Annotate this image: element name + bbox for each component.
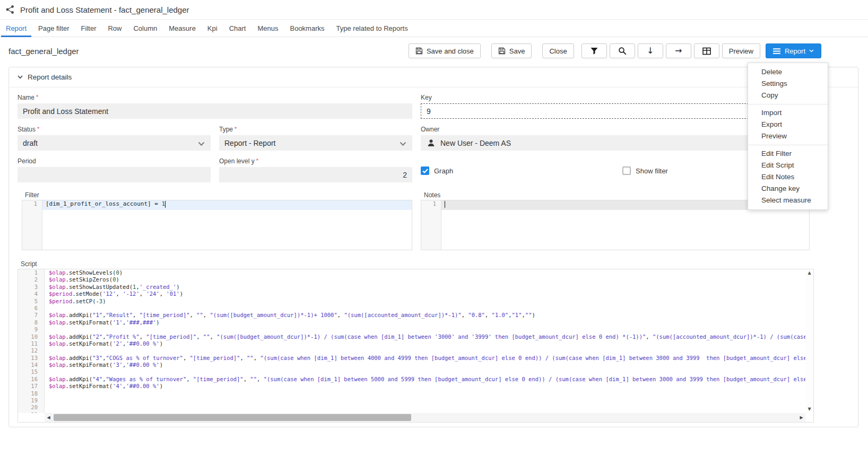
status-label: Status* bbox=[18, 126, 39, 133]
code-line[interactable] bbox=[45, 390, 813, 397]
tab-chart[interactable]: Chart bbox=[223, 20, 252, 37]
save-button[interactable]: Save bbox=[491, 43, 532, 58]
code-line[interactable]: $olap.addKpi("3","COGS as % of turnover"… bbox=[45, 355, 813, 362]
save-and-close-button[interactable]: Save and close bbox=[409, 43, 481, 58]
move-down-button[interactable]: ↓ bbox=[638, 43, 663, 58]
show-filter-checkbox-row[interactable]: Show filter bbox=[622, 166, 668, 175]
filter-editor[interactable]: 1 [dim_1_profit_or_loss_account] = 1 bbox=[22, 200, 412, 250]
editor-code-area[interactable]: $olap.setShowLevels(0)$olap.setSkipZeros… bbox=[45, 269, 813, 413]
search-icon bbox=[618, 47, 627, 55]
menu-item-change-key[interactable]: Change key bbox=[748, 183, 828, 195]
code-line[interactable]: $olap.setKpiFormat('4','##0.00 %') bbox=[45, 383, 813, 390]
menu-item-import[interactable]: Import bbox=[748, 107, 828, 119]
menu-item-copy[interactable]: Copy bbox=[748, 90, 828, 101]
name-field[interactable]: Profit and Loss Statement bbox=[18, 103, 412, 119]
graph-checkbox-row[interactable]: Graph bbox=[421, 166, 453, 175]
table-icon bbox=[702, 47, 711, 55]
tab-row[interactable]: Row bbox=[102, 20, 127, 37]
tab-column[interactable]: Column bbox=[127, 20, 163, 37]
table-view-button[interactable] bbox=[694, 43, 719, 58]
section-title: Report details bbox=[28, 73, 72, 81]
open-level-y-value: 2 bbox=[403, 171, 407, 179]
code-line[interactable]: $olap.addKpi("1","Result", "[time_period… bbox=[45, 312, 813, 319]
status-select[interactable]: draft bbox=[18, 135, 211, 151]
filter-button[interactable] bbox=[581, 43, 607, 58]
code-line[interactable]: $olap.addKpi("2","Profit %", "[time_peri… bbox=[45, 333, 813, 340]
owner-label: Owner bbox=[421, 126, 439, 133]
menu-item-export[interactable]: Export bbox=[748, 119, 828, 130]
line-number: 10 bbox=[18, 333, 44, 340]
line-number: 5 bbox=[18, 298, 44, 305]
text-cursor bbox=[445, 201, 445, 208]
script-editor-label: Script bbox=[21, 260, 37, 268]
line-number: 12 bbox=[18, 347, 44, 354]
menu-item-edit-script[interactable]: Edit Script bbox=[748, 160, 828, 171]
preview-button[interactable]: Preview bbox=[722, 43, 760, 58]
tab-bookmarks[interactable]: Bookmarks bbox=[284, 20, 330, 37]
scrollbar-thumb[interactable] bbox=[54, 414, 411, 421]
menu-item-edit-filter[interactable]: Edit Filter bbox=[748, 148, 828, 160]
open-level-y-label: Open level y* bbox=[219, 157, 258, 165]
scroll-left-arrow-icon[interactable]: ◀ bbox=[45, 415, 53, 420]
vertical-scrollbar[interactable]: ▲ ▼ bbox=[805, 269, 813, 413]
scroll-right-arrow-icon[interactable]: ▶ bbox=[797, 415, 805, 420]
menu-item-delete[interactable]: Delete bbox=[748, 66, 828, 78]
tab-menus[interactable]: Menus bbox=[251, 20, 284, 37]
menu-item-edit-notes[interactable]: Edit Notes bbox=[748, 171, 828, 183]
code-line[interactable] bbox=[45, 326, 813, 333]
save-icon bbox=[498, 47, 506, 55]
code-line[interactable]: $olap.setKpiFormat('1','###,###') bbox=[45, 319, 813, 326]
code-line[interactable] bbox=[45, 347, 813, 354]
report-details-header[interactable]: Report details bbox=[9, 67, 858, 87]
app-header: Profit and Loss Statement - fact_general… bbox=[0, 0, 868, 20]
line-number: 14 bbox=[18, 362, 44, 368]
code-line[interactable] bbox=[45, 411, 813, 413]
period-field[interactable] bbox=[18, 167, 211, 182]
script-editor[interactable]: 123456789101112131415161718192021 $olap.… bbox=[18, 269, 814, 423]
scroll-down-arrow-icon[interactable]: ▼ bbox=[808, 407, 811, 411]
graph-checkbox[interactable] bbox=[421, 166, 429, 175]
close-button[interactable]: Close bbox=[542, 43, 574, 58]
code-line[interactable]: $olap.setShowLevels(0) bbox=[45, 269, 813, 276]
code-line[interactable]: $period.setCP(-3) bbox=[45, 298, 813, 305]
tab-type-related-to-reports[interactable]: Type related to Reports bbox=[331, 20, 414, 37]
menu-item-select-measure[interactable]: Select measure bbox=[748, 195, 828, 206]
show-filter-checkbox[interactable] bbox=[622, 166, 631, 175]
move-right-button[interactable]: → bbox=[666, 43, 691, 58]
save-label: Save bbox=[509, 47, 525, 55]
code-line[interactable]: $olap.setKpiFormat('2','##0.00 %') bbox=[45, 340, 813, 347]
code-line[interactable]: $olap.setKpiFormat('3','##0.00 %') bbox=[45, 362, 813, 368]
menu-hamburger-icon bbox=[773, 48, 780, 54]
code-line[interactable]: $olap.setSkipZeros(0) bbox=[45, 276, 813, 283]
tab-kpi[interactable]: Kpi bbox=[202, 20, 223, 37]
editor-code-area[interactable]: [dim_1_profit_or_loss_account] = 1 bbox=[42, 200, 412, 250]
code-line[interactable] bbox=[45, 368, 813, 375]
owner-value: New User - Deem AS bbox=[440, 139, 511, 147]
line-number: 16 bbox=[18, 376, 44, 383]
code-line[interactable]: $period.setMode('12', '-12', '24', '01') bbox=[45, 291, 813, 297]
text-cursor bbox=[165, 201, 166, 208]
code-line[interactable] bbox=[45, 305, 813, 312]
scroll-up-arrow-icon[interactable]: ▲ bbox=[808, 271, 811, 275]
chevron-down-icon bbox=[198, 139, 205, 148]
tab-report[interactable]: Report bbox=[0, 20, 32, 37]
scrollbar-track[interactable] bbox=[53, 414, 797, 421]
code-line[interactable]: $olap.addKpi("4","Wages as % of turnover… bbox=[45, 376, 813, 383]
code-line[interactable] bbox=[45, 397, 813, 404]
tab-measure[interactable]: Measure bbox=[163, 20, 202, 37]
code-line[interactable] bbox=[45, 404, 813, 411]
code-line[interactable]: $olap.setShowLastUpdated(1,'_created_') bbox=[45, 284, 813, 291]
report-menu-button[interactable]: Report bbox=[766, 43, 821, 58]
tab-filter[interactable]: Filter bbox=[75, 20, 102, 37]
line-number: 18 bbox=[18, 390, 44, 397]
type-select[interactable]: Report - Report bbox=[219, 135, 412, 151]
open-level-y-field[interactable]: 2 bbox=[219, 167, 412, 182]
report-details-panel: Report details Name* Profit and Loss Sta… bbox=[8, 67, 858, 427]
line-number: 6 bbox=[18, 305, 44, 312]
code-line[interactable]: [dim_1_profit_or_loss_account] = 1 bbox=[42, 200, 412, 210]
search-button[interactable] bbox=[610, 43, 635, 58]
tab-page-filter[interactable]: Page filter bbox=[32, 20, 75, 37]
menu-item-settings[interactable]: Settings bbox=[748, 78, 828, 90]
menu-item-preview[interactable]: Preview bbox=[748, 130, 828, 142]
horizontal-scrollbar[interactable]: ◀ ▶ bbox=[45, 413, 805, 422]
